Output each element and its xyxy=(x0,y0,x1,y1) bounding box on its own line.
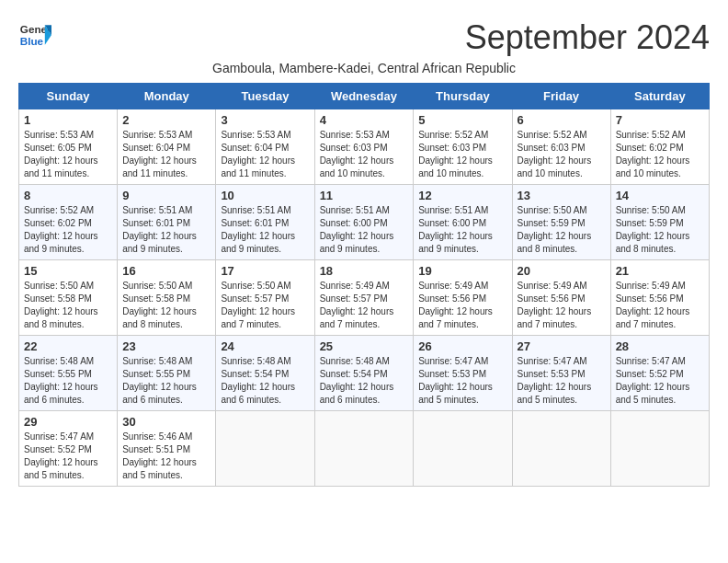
calendar-week-row: 15 Sunrise: 5:50 AMSunset: 5:58 PMDaylig… xyxy=(19,260,710,336)
cell-info: Sunrise: 5:53 AMSunset: 6:04 PMDaylight:… xyxy=(122,130,197,178)
calendar-week-row: 29 Sunrise: 5:47 AMSunset: 5:52 PMDaylig… xyxy=(19,411,710,487)
calendar-cell: 25 Sunrise: 5:48 AMSunset: 5:54 PMDaylig… xyxy=(314,336,414,411)
cell-info: Sunrise: 5:51 AMSunset: 6:01 PMDaylight:… xyxy=(122,205,197,254)
day-number: 23 xyxy=(122,339,210,353)
cell-info: Sunrise: 5:49 AMSunset: 5:56 PMDaylight:… xyxy=(518,281,592,329)
cell-info: Sunrise: 5:48 AMSunset: 5:54 PMDaylight:… xyxy=(320,356,394,405)
calendar-cell: 19 Sunrise: 5:49 AMSunset: 5:56 PMDaylig… xyxy=(414,260,512,336)
cell-info: Sunrise: 5:50 AMSunset: 5:59 PMDaylight:… xyxy=(616,205,690,254)
day-number: 19 xyxy=(418,264,506,278)
calendar-cell xyxy=(216,411,314,487)
calendar-cell: 17 Sunrise: 5:50 AMSunset: 5:57 PMDaylig… xyxy=(216,260,314,336)
cell-info: Sunrise: 5:47 AMSunset: 5:52 PMDaylight:… xyxy=(24,431,98,480)
calendar-week-row: 8 Sunrise: 5:52 AMSunset: 6:02 PMDayligh… xyxy=(19,185,710,260)
day-number: 12 xyxy=(418,189,506,202)
cell-info: Sunrise: 5:47 AMSunset: 5:53 PMDaylight:… xyxy=(518,356,592,405)
calendar-cell xyxy=(610,411,709,487)
calendar-cell: 30 Sunrise: 5:46 AMSunset: 5:51 PMDaylig… xyxy=(118,411,216,487)
cell-info: Sunrise: 5:48 AMSunset: 5:55 PMDaylight:… xyxy=(24,356,98,405)
calendar-week-row: 22 Sunrise: 5:48 AMSunset: 5:55 PMDaylig… xyxy=(19,336,710,411)
calendar-cell: 23 Sunrise: 5:48 AMSunset: 5:55 PMDaylig… xyxy=(118,336,216,411)
day-number: 5 xyxy=(418,113,506,127)
logo-icon: General Blue xyxy=(18,18,51,52)
day-number: 2 xyxy=(122,113,210,127)
weekday-header: Wednesday xyxy=(314,84,414,109)
cell-info: Sunrise: 5:51 AMSunset: 6:01 PMDaylight:… xyxy=(221,205,295,254)
calendar-cell: 5 Sunrise: 5:52 AMSunset: 6:03 PMDayligh… xyxy=(414,109,512,185)
cell-info: Sunrise: 5:50 AMSunset: 5:58 PMDaylight:… xyxy=(24,281,98,329)
calendar-week-row: 1 Sunrise: 5:53 AMSunset: 6:05 PMDayligh… xyxy=(19,109,710,185)
weekday-header: Friday xyxy=(512,84,610,109)
calendar-cell: 11 Sunrise: 5:51 AMSunset: 6:00 PMDaylig… xyxy=(314,185,414,260)
day-number: 3 xyxy=(221,113,309,127)
day-number: 10 xyxy=(221,189,309,202)
day-number: 8 xyxy=(24,189,112,202)
cell-info: Sunrise: 5:49 AMSunset: 5:57 PMDaylight:… xyxy=(320,281,394,329)
calendar-cell: 4 Sunrise: 5:53 AMSunset: 6:03 PMDayligh… xyxy=(314,109,414,185)
cell-info: Sunrise: 5:53 AMSunset: 6:03 PMDaylight:… xyxy=(320,130,394,178)
calendar-cell: 18 Sunrise: 5:49 AMSunset: 5:57 PMDaylig… xyxy=(314,260,414,336)
calendar-cell: 26 Sunrise: 5:47 AMSunset: 5:53 PMDaylig… xyxy=(414,336,512,411)
day-number: 13 xyxy=(518,189,606,202)
calendar-cell: 20 Sunrise: 5:49 AMSunset: 5:56 PMDaylig… xyxy=(512,260,610,336)
cell-info: Sunrise: 5:47 AMSunset: 5:52 PMDaylight:… xyxy=(616,356,690,405)
cell-info: Sunrise: 5:51 AMSunset: 6:00 PMDaylight:… xyxy=(320,205,394,254)
day-number: 25 xyxy=(320,339,409,353)
day-number: 24 xyxy=(221,339,309,353)
weekday-header-row: SundayMondayTuesdayWednesdayThursdayFrid… xyxy=(19,84,710,109)
svg-text:Blue: Blue xyxy=(20,35,44,47)
day-number: 11 xyxy=(320,189,409,202)
day-number: 9 xyxy=(122,189,210,202)
cell-info: Sunrise: 5:50 AMSunset: 5:59 PMDaylight:… xyxy=(518,205,592,254)
cell-info: Sunrise: 5:52 AMSunset: 6:02 PMDaylight:… xyxy=(616,130,690,178)
calendar-cell: 15 Sunrise: 5:50 AMSunset: 5:58 PMDaylig… xyxy=(19,260,118,336)
month-title: September 2024 xyxy=(465,18,710,57)
calendar-cell: 22 Sunrise: 5:48 AMSunset: 5:55 PMDaylig… xyxy=(19,336,118,411)
calendar-cell: 14 Sunrise: 5:50 AMSunset: 5:59 PMDaylig… xyxy=(610,185,709,260)
calendar-cell: 7 Sunrise: 5:52 AMSunset: 6:02 PMDayligh… xyxy=(610,109,709,185)
cell-info: Sunrise: 5:49 AMSunset: 5:56 PMDaylight:… xyxy=(418,281,493,329)
calendar-cell: 28 Sunrise: 5:47 AMSunset: 5:52 PMDaylig… xyxy=(610,336,709,411)
day-number: 26 xyxy=(418,339,506,353)
calendar-cell: 12 Sunrise: 5:51 AMSunset: 6:00 PMDaylig… xyxy=(414,185,512,260)
cell-info: Sunrise: 5:47 AMSunset: 5:53 PMDaylight:… xyxy=(418,356,493,405)
calendar-cell: 6 Sunrise: 5:52 AMSunset: 6:03 PMDayligh… xyxy=(512,109,610,185)
day-number: 14 xyxy=(616,189,704,202)
subtitle: Gamboula, Mambere-Kadei, Central African… xyxy=(18,61,710,75)
day-number: 17 xyxy=(221,264,309,278)
day-number: 20 xyxy=(518,264,606,278)
calendar-cell: 27 Sunrise: 5:47 AMSunset: 5:53 PMDaylig… xyxy=(512,336,610,411)
day-number: 21 xyxy=(616,264,704,278)
calendar-cell: 1 Sunrise: 5:53 AMSunset: 6:05 PMDayligh… xyxy=(19,109,118,185)
title-block: September 2024 xyxy=(465,18,710,57)
cell-info: Sunrise: 5:52 AMSunset: 6:03 PMDaylight:… xyxy=(418,130,493,178)
calendar-cell: 10 Sunrise: 5:51 AMSunset: 6:01 PMDaylig… xyxy=(216,185,314,260)
cell-info: Sunrise: 5:48 AMSunset: 5:55 PMDaylight:… xyxy=(122,356,197,405)
weekday-header: Saturday xyxy=(610,84,709,109)
weekday-header: Monday xyxy=(118,84,216,109)
day-number: 6 xyxy=(518,113,606,127)
cell-info: Sunrise: 5:46 AMSunset: 5:51 PMDaylight:… xyxy=(122,431,197,480)
day-number: 30 xyxy=(122,415,210,429)
day-number: 7 xyxy=(616,113,704,127)
cell-info: Sunrise: 5:50 AMSunset: 5:57 PMDaylight:… xyxy=(221,281,295,329)
cell-info: Sunrise: 5:49 AMSunset: 5:56 PMDaylight:… xyxy=(616,281,690,329)
calendar-cell: 8 Sunrise: 5:52 AMSunset: 6:02 PMDayligh… xyxy=(19,185,118,260)
cell-info: Sunrise: 5:50 AMSunset: 5:58 PMDaylight:… xyxy=(122,281,197,329)
cell-info: Sunrise: 5:51 AMSunset: 6:00 PMDaylight:… xyxy=(418,205,493,254)
calendar-cell: 2 Sunrise: 5:53 AMSunset: 6:04 PMDayligh… xyxy=(118,109,216,185)
calendar-cell: 21 Sunrise: 5:49 AMSunset: 5:56 PMDaylig… xyxy=(610,260,709,336)
day-number: 18 xyxy=(320,264,409,278)
day-number: 4 xyxy=(320,113,409,127)
logo: General Blue xyxy=(18,18,51,52)
weekday-header: Tuesday xyxy=(216,84,314,109)
calendar-cell xyxy=(314,411,414,487)
page-header: General Blue September 2024 xyxy=(18,18,710,57)
calendar-cell xyxy=(414,411,512,487)
calendar-cell: 13 Sunrise: 5:50 AMSunset: 5:59 PMDaylig… xyxy=(512,185,610,260)
calendar-cell: 9 Sunrise: 5:51 AMSunset: 6:01 PMDayligh… xyxy=(118,185,216,260)
day-number: 16 xyxy=(122,264,210,278)
calendar-cell xyxy=(512,411,610,487)
calendar-cell: 16 Sunrise: 5:50 AMSunset: 5:58 PMDaylig… xyxy=(118,260,216,336)
weekday-header: Thursday xyxy=(414,84,512,109)
